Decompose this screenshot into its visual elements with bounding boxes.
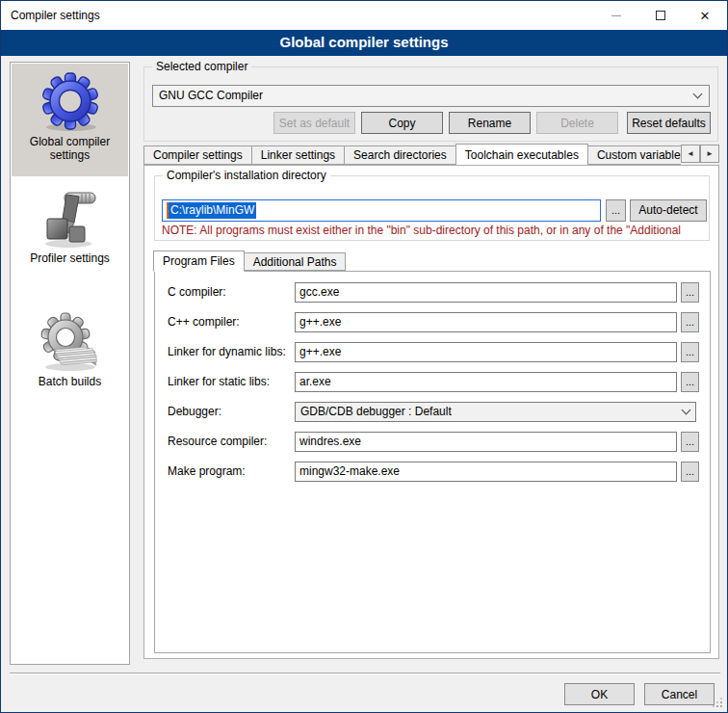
set-as-default-button[interactable]: Set as default <box>273 112 355 134</box>
program-files-tabstrip: Program Files Additional Paths <box>154 250 346 271</box>
sidebar-item-profiler-settings[interactable]: Profiler settings <box>12 180 128 288</box>
sidebar-item-global-compiler-settings[interactable]: Global compiler settings <box>12 64 128 176</box>
settings-category-list: Global compiler settings <box>10 62 130 665</box>
tab-scroll-left-button[interactable]: ◄ <box>681 145 700 163</box>
delete-button[interactable]: Delete <box>536 112 618 134</box>
compiler-settings-dialog: Compiler settings ✕ Global compiler sett… <box>0 0 728 713</box>
debugger-label: Debugger: <box>168 402 221 422</box>
browse-directory-button[interactable]: ... <box>606 199 626 222</box>
chevron-down-icon <box>682 405 691 414</box>
window-title: Compiler settings <box>11 1 100 30</box>
compiler-select-value: GNU GCC Compiler <box>159 89 263 102</box>
sidebar-item-batch-builds[interactable]: Batch builds <box>12 304 128 411</box>
make-program-label: Make program: <box>168 462 246 482</box>
minimize-button[interactable] <box>594 1 638 30</box>
tab-scroll-right-button[interactable]: ► <box>700 145 719 163</box>
resize-grip[interactable] <box>712 697 723 708</box>
group-legend: Compiler's installation directory <box>163 169 330 182</box>
note-text: NOTE: All programs must exist either in … <box>162 224 713 237</box>
ok-button[interactable]: OK <box>564 683 635 705</box>
profiler-caliper-icon <box>39 188 101 250</box>
c-compiler-input[interactable]: gcc.exe <box>295 282 677 303</box>
cpp-compiler-browse-button[interactable]: ... <box>681 312 699 332</box>
tab-compiler-settings[interactable]: Compiler settings <box>143 145 252 165</box>
right-arrow-icon: ► <box>706 149 714 158</box>
minimize-icon <box>611 15 621 16</box>
page-title: Global compiler settings <box>1 30 727 56</box>
tab-toolchain-executables[interactable]: Toolchain executables <box>455 144 588 165</box>
make-program-input[interactable]: mingw32-make.exe <box>295 462 677 482</box>
tab-program-files[interactable]: Program Files <box>153 251 245 272</box>
chevron-down-icon <box>693 89 703 98</box>
tab-custom-variables[interactable]: Custom variables <box>587 145 681 165</box>
linker-static-browse-button[interactable]: ... <box>681 372 699 392</box>
gear-batch-icon <box>39 311 101 373</box>
close-icon: ✕ <box>700 10 711 22</box>
rename-button[interactable]: Rename <box>449 112 531 134</box>
compiler-select[interactable]: GNU GCC Compiler <box>152 85 710 107</box>
cpp-compiler-label: C++ compiler: <box>168 312 240 332</box>
program-files-page: C compiler: gcc.exe ... C++ compiler: g+… <box>154 271 711 653</box>
c-compiler-browse-button[interactable]: ... <box>681 282 699 303</box>
sidebar-item-label: Profiler settings <box>12 251 128 265</box>
make-program-browse-button[interactable]: ... <box>681 462 699 482</box>
footer-divider <box>10 673 720 674</box>
group-legend: Selected compiler <box>152 60 251 73</box>
tab-search-directories[interactable]: Search directories <box>344 145 456 165</box>
cpp-compiler-input[interactable]: g++.exe <box>295 312 677 332</box>
maximize-icon <box>656 11 665 20</box>
linker-dynamic-browse-button[interactable]: ... <box>681 342 699 362</box>
gear-blue-icon <box>39 71 101 133</box>
resource-compiler-input[interactable]: windres.exe <box>295 432 677 452</box>
directory-selected-text: C:\raylib\MinGW <box>167 202 256 219</box>
c-compiler-label: C compiler: <box>168 282 226 303</box>
debugger-select-value: GDB/CDB debugger : Default <box>300 405 452 418</box>
settings-tabstrip: Compiler settings Linker settings Search… <box>143 143 681 165</box>
debugger-select[interactable]: GDB/CDB debugger : Default <box>295 402 696 422</box>
sidebar-item-label: Global compiler settings <box>12 135 128 162</box>
left-arrow-icon: ◄ <box>687 149 694 158</box>
close-button[interactable]: ✕ <box>683 1 727 30</box>
linker-static-input[interactable]: ar.exe <box>295 372 677 392</box>
reset-defaults-button[interactable]: Reset defaults <box>627 112 711 134</box>
titlebar[interactable]: Compiler settings ✕ <box>1 1 727 30</box>
tab-additional-paths[interactable]: Additional Paths <box>244 252 347 271</box>
linker-dynamic-label: Linker for dynamic libs: <box>168 342 286 362</box>
resource-compiler-browse-button[interactable]: ... <box>681 432 699 452</box>
copy-button[interactable]: Copy <box>361 112 443 134</box>
toolchain-executables-page: Compiler's installation directory C:\ray… <box>143 165 719 659</box>
installation-directory-input[interactable]: C:\raylib\MinGW <box>162 199 601 222</box>
sidebar-item-label: Batch builds <box>12 375 128 388</box>
maximize-button[interactable] <box>638 1 683 30</box>
resource-compiler-label: Resource compiler: <box>168 432 267 452</box>
tab-linker-settings[interactable]: Linker settings <box>251 145 345 165</box>
auto-detect-button[interactable]: Auto-detect <box>630 199 707 222</box>
cancel-button[interactable]: Cancel <box>644 683 715 705</box>
linker-static-label: Linker for static libs: <box>168 372 270 392</box>
linker-dynamic-input[interactable]: g++.exe <box>295 342 677 362</box>
